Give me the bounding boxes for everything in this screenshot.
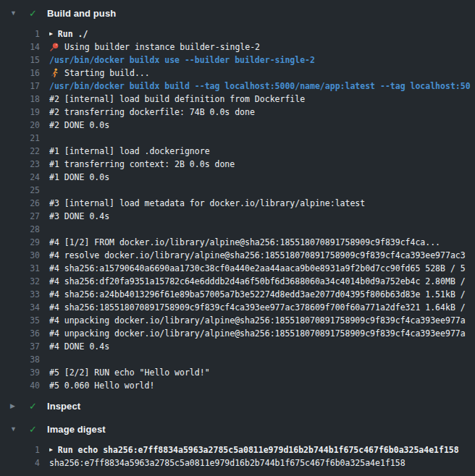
log-line: 24 #1 DONE 0.0s xyxy=(0,171,475,184)
log-line: 26 #3 [internal] load metadata for docke… xyxy=(0,197,475,210)
line-text: Run echo sha256:e7ff8834a5963a2785c5a081… xyxy=(58,443,459,456)
line-number[interactable]: 17 xyxy=(0,80,40,93)
line-number[interactable]: 38 xyxy=(0,353,40,366)
log-line: 40 #5 0.060 Hello world! xyxy=(0,379,475,392)
log-line: 19 #2 transferring dockerfile: 74B 0.0s … xyxy=(0,106,475,119)
line-text: /usr/bin/docker buildx use --builder bui… xyxy=(49,54,315,67)
line-content: sha256:e7ff8834a5963a2785c5a0811e979d16b… xyxy=(49,456,475,469)
line-number[interactable]: 24 xyxy=(0,171,40,184)
line-text: #1 [internal] load .dockerignore xyxy=(49,145,210,158)
line-number[interactable]: 28 xyxy=(0,223,40,236)
pushpin-icon xyxy=(49,42,59,52)
line-number[interactable]: 22 xyxy=(0,145,40,158)
line-number[interactable]: 16 xyxy=(0,67,40,80)
line-number[interactable]: 23 xyxy=(0,158,40,171)
line-number[interactable]: 18 xyxy=(0,93,40,106)
line-content xyxy=(49,132,475,145)
line-text: #1 DONE 0.0s xyxy=(49,171,109,184)
log-line: 39 #5 [2/2] RUN echo "Hello world!" xyxy=(0,366,475,379)
line-content: #3 DONE 0.4s xyxy=(49,210,475,223)
log-line: 16 Starting build... xyxy=(0,67,475,80)
line-text: #3 DONE 0.4s xyxy=(49,210,109,223)
step-section: ▼ ✓ Build and push 1 ▶ Run ./ 14 Using b… xyxy=(0,4,475,396)
line-content: /usr/bin/docker buildx use --builder bui… xyxy=(49,54,475,67)
line-text: #5 0.060 Hello world! xyxy=(49,379,154,392)
group-chevron-icon[interactable]: ▶ xyxy=(49,443,53,456)
log-line: 37 #4 DONE 0.4s xyxy=(0,340,475,353)
line-number[interactable]: 40 xyxy=(0,379,40,392)
line-number[interactable]: 19 xyxy=(0,106,40,119)
line-text: #4 sha256:df20fa9351a15782c64e6dddb2d4a6… xyxy=(49,275,466,288)
log-line: 27 #3 DONE 0.4s xyxy=(0,210,475,223)
line-number[interactable]: 20 xyxy=(0,119,40,132)
line-text: #2 transferring dockerfile: 74B 0.0s don… xyxy=(49,106,255,119)
line-text: #2 DONE 0.0s xyxy=(49,119,109,132)
runner-icon xyxy=(49,68,59,78)
log-line: 21 xyxy=(0,132,475,145)
step-header-inspect[interactable]: ▶ ✓ Inspect xyxy=(0,396,475,415)
group-chevron-icon[interactable]: ▶ xyxy=(49,27,53,41)
step-title: Image digest xyxy=(47,424,106,435)
line-number[interactable]: 33 xyxy=(0,288,40,301)
line-content: #2 DONE 0.0s xyxy=(49,119,475,132)
line-content: #4 sha256:a24bb4013296f61e89ba57005a7b3e… xyxy=(49,288,475,301)
line-text: #4 sha256:a15790640a6690aa1730c38cf0a440… xyxy=(49,262,466,275)
line-number[interactable]: 31 xyxy=(0,262,40,275)
line-content xyxy=(49,353,475,366)
line-content: #2 transferring dockerfile: 74B 0.0s don… xyxy=(49,106,475,119)
line-number[interactable]: 4 xyxy=(0,456,40,469)
log-line: 20 #2 DONE 0.0s xyxy=(0,119,475,132)
line-number[interactable]: 35 xyxy=(0,314,40,327)
line-number[interactable]: 32 xyxy=(0,275,40,288)
step-title: Build and push xyxy=(47,8,116,19)
line-text: #4 unpacking docker.io/library/alpine@sh… xyxy=(49,314,466,327)
line-text: Using builder instance builder-single-2 xyxy=(64,41,260,54)
line-number[interactable]: 1 xyxy=(0,443,40,456)
line-content: #4 sha256:df20fa9351a15782c64e6dddb2d4a6… xyxy=(49,275,475,288)
line-content: ▶ Run ./ xyxy=(49,27,475,41)
step-log-lines: 1 ▶ Run ./ 14 Using builder instance bui… xyxy=(0,22,475,396)
line-number[interactable]: 21 xyxy=(0,132,40,145)
line-text: #4 DONE 0.4s xyxy=(49,340,109,353)
line-number[interactable]: 26 xyxy=(0,197,40,210)
log-line: 36 #4 unpacking docker.io/library/alpine… xyxy=(0,327,475,340)
log-line: 31 #4 sha256:a15790640a6690aa1730c38cf0a… xyxy=(0,262,475,275)
line-text: #4 [1/2] FROM docker.io/library/alpine@s… xyxy=(49,236,440,249)
log-line: 34 #4 sha256:185518070891758909c9f839cf4… xyxy=(0,301,475,314)
log-line: 29 #4 [1/2] FROM docker.io/library/alpin… xyxy=(0,236,475,249)
line-content: #3 [internal] load metadata for docker.i… xyxy=(49,197,475,210)
line-content: Using builder instance builder-single-2 xyxy=(49,41,475,54)
line-content: #4 DONE 0.4s xyxy=(49,340,475,353)
line-text: sha256:e7ff8834a5963a2785c5a0811e979d16b… xyxy=(49,456,405,469)
line-text: Starting build... xyxy=(64,67,150,80)
line-content: #4 sha256:a15790640a6690aa1730c38cf0a440… xyxy=(49,262,475,275)
log-line: 1 ▶ Run ./ xyxy=(0,27,475,41)
line-number[interactable]: 27 xyxy=(0,210,40,223)
step-header-build-and-push[interactable]: ▼ ✓ Build and push xyxy=(0,4,475,22)
line-content: #5 0.060 Hello world! xyxy=(49,379,475,392)
line-number[interactable]: 29 xyxy=(0,236,40,249)
step-header-image-digest[interactable]: ▼ ✓ Image digest xyxy=(0,420,475,438)
log-line: 18 #2 [internal] load build definition f… xyxy=(0,93,475,106)
line-content: #4 unpacking docker.io/library/alpine@sh… xyxy=(49,327,475,340)
line-number[interactable]: 25 xyxy=(0,184,40,197)
log-viewer: ▼ ✓ Build and push 1 ▶ Run ./ 14 Using b… xyxy=(0,4,475,474)
log-line: 25 xyxy=(0,184,475,197)
line-number[interactable]: 36 xyxy=(0,327,40,340)
step-log-lines: 1 ▶ Run echo sha256:e7ff8834a5963a2785c5… xyxy=(0,438,475,474)
line-number[interactable]: 30 xyxy=(0,249,40,262)
line-number[interactable]: 34 xyxy=(0,301,40,314)
line-number[interactable]: 39 xyxy=(0,366,40,379)
line-number[interactable]: 1 xyxy=(0,27,40,41)
line-content: /usr/bin/docker buildx build --tag local… xyxy=(49,80,475,93)
line-content: #4 sha256:185518070891758909c9f839cf4ca3… xyxy=(49,301,475,314)
line-number[interactable]: 37 xyxy=(0,340,40,353)
log-line: 33 #4 sha256:a24bb4013296f61e89ba57005a7… xyxy=(0,288,475,301)
line-number[interactable]: 14 xyxy=(0,41,40,54)
line-number[interactable]: 15 xyxy=(0,54,40,67)
line-content xyxy=(49,223,475,236)
line-text: #4 unpacking docker.io/library/alpine@sh… xyxy=(49,327,466,340)
line-content: Starting build... xyxy=(49,67,475,80)
line-text: Run ./ xyxy=(58,27,88,41)
line-text: #3 [internal] load metadata for docker.i… xyxy=(49,197,365,210)
